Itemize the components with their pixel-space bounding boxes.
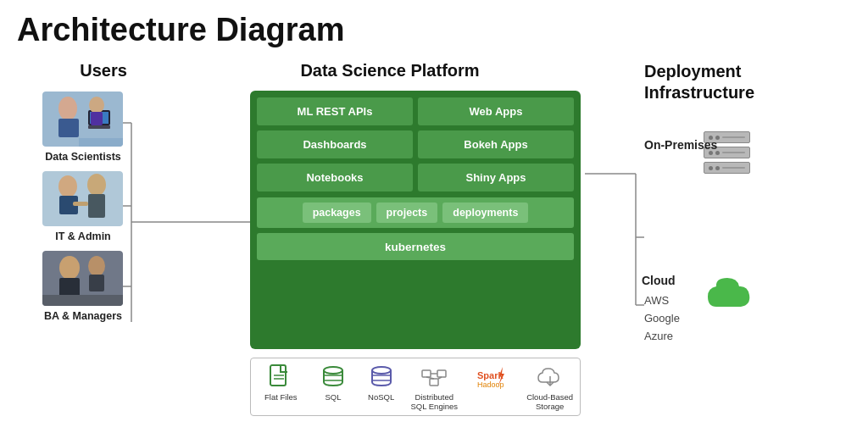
azure-label: Azure xyxy=(644,328,680,346)
data-source-spark: Spark Hadoop xyxy=(467,364,518,392)
svg-rect-37 xyxy=(88,194,105,218)
app-bokeh-apps: Bokeh Apps xyxy=(418,130,574,158)
google-label: Google xyxy=(644,310,680,328)
it-admin-label: IT & Admin xyxy=(41,230,125,242)
flat-files-label: Flat Files xyxy=(264,392,298,402)
svg-rect-26 xyxy=(58,119,79,137)
platform-outer-box: ML REST APIs Web Apps Dashboards Bokeh A… xyxy=(250,91,581,349)
svg-rect-65 xyxy=(430,379,438,386)
cloud-storage-icon xyxy=(537,364,564,391)
data-source-nosql: NoSQL xyxy=(361,364,402,402)
flat-files-icon xyxy=(269,364,292,391)
tag-packages: packages xyxy=(303,203,371,223)
diagram-root: Architecture Diagram Users Data Science … xyxy=(0,0,868,444)
tags-row: packages projects deployments xyxy=(257,197,574,228)
spark-icon: Spark Hadoop xyxy=(477,364,508,391)
app-ml-rest-apis: ML REST APIs xyxy=(257,97,413,125)
svg-point-36 xyxy=(87,174,106,196)
users-heading: Users xyxy=(53,61,154,80)
sql-icon xyxy=(321,364,345,391)
cloud-storage-label: Cloud-Based Storage xyxy=(526,392,575,412)
svg-rect-44 xyxy=(42,295,123,306)
svg-point-60 xyxy=(372,367,391,374)
svg-rect-33 xyxy=(42,171,123,226)
platform-heading: Data Science Platform xyxy=(246,61,534,80)
svg-rect-38 xyxy=(73,202,88,206)
kubernetes-row: kubernetes xyxy=(257,233,574,260)
svg-point-42 xyxy=(88,256,105,276)
ba-managers-photo xyxy=(42,251,123,306)
distributed-sql-label: Distributed SQL Engines xyxy=(409,392,459,412)
nosql-icon xyxy=(370,364,393,391)
app-notebooks: Notebooks xyxy=(257,164,413,191)
kubernetes-label: kubernetes xyxy=(385,241,446,253)
it-admin-photo xyxy=(42,171,123,226)
svg-rect-31 xyxy=(91,112,103,125)
data-scientists-photo xyxy=(42,92,123,147)
sql-label: SQL xyxy=(325,392,341,402)
svg-point-57 xyxy=(324,367,342,374)
svg-rect-32 xyxy=(79,138,123,147)
tag-deployments: deployments xyxy=(442,203,528,223)
svg-point-25 xyxy=(58,97,77,120)
app-shiny-apps: Shiny Apps xyxy=(418,164,574,191)
svg-point-40 xyxy=(59,256,80,280)
cloud-shape-icon xyxy=(704,271,767,318)
app-web-apps: Web Apps xyxy=(418,97,574,125)
distributed-sql-icon xyxy=(420,364,448,391)
data-source-cloud-storage: Cloud-Based Storage xyxy=(526,364,575,412)
server-rack-3 xyxy=(704,162,750,174)
main-title: Architecture Diagram xyxy=(17,12,344,48)
data-source-sql: SQL xyxy=(313,364,353,402)
svg-rect-29 xyxy=(88,125,110,129)
infra-heading: Deployment Infrastructure xyxy=(644,61,839,103)
svg-point-34 xyxy=(58,175,77,197)
tag-projects: projects xyxy=(376,203,438,223)
aws-label: AWS xyxy=(644,292,680,310)
nosql-label: NoSQL xyxy=(368,392,394,402)
svg-rect-64 xyxy=(437,370,446,377)
cloud-label: Cloud xyxy=(642,274,676,287)
on-premises-label: On-Premises xyxy=(644,138,717,152)
app-dashboards: Dashboards xyxy=(257,130,413,158)
svg-rect-63 xyxy=(422,370,431,377)
data-sources-row: Flat Files SQL NoSQL xyxy=(250,358,581,416)
svg-rect-41 xyxy=(59,278,80,297)
data-source-distributed-sql: Distributed SQL Engines xyxy=(409,364,459,412)
data-scientists-label: Data Scientists xyxy=(41,151,125,163)
cloud-icon-container xyxy=(704,271,767,321)
svg-point-30 xyxy=(89,97,104,114)
apps-grid: ML REST APIs Web Apps Dashboards Bokeh A… xyxy=(257,97,574,191)
cloud-providers: AWS Google Azure xyxy=(644,292,680,345)
ba-managers-label: BA & Managers xyxy=(41,310,125,322)
svg-rect-43 xyxy=(89,275,104,291)
svg-line-67 xyxy=(426,377,434,379)
data-source-flat-files: Flat Files xyxy=(256,364,305,402)
